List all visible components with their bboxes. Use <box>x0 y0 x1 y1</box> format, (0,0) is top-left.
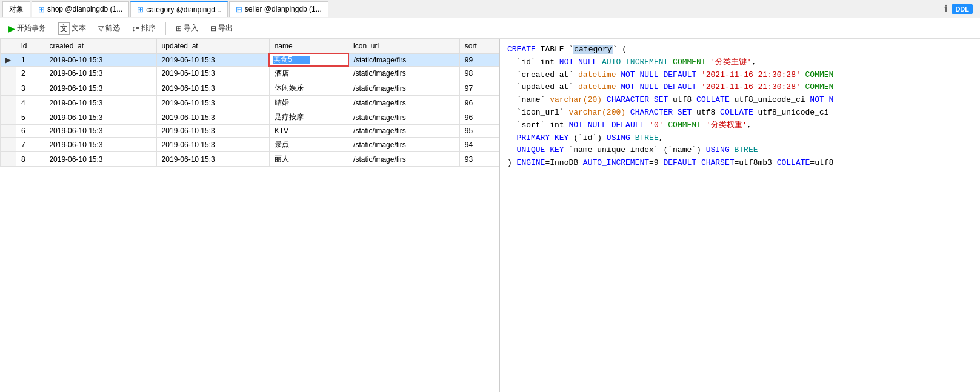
cell-created_at[interactable]: 2019-06-10 15:3 <box>44 110 156 125</box>
cell-id[interactable]: 3 <box>16 81 44 96</box>
toolbar-separator <box>165 22 166 35</box>
table-row[interactable]: 32019-06-10 15:32019-06-10 15:3休闲娱乐/stat… <box>1 81 499 96</box>
cell-sort[interactable]: 95 <box>459 125 499 138</box>
filter-label: 筛选 <box>105 23 120 33</box>
cell-created_at[interactable]: 2019-06-10 15:3 <box>44 138 156 152</box>
col-header-indicator <box>1 39 16 54</box>
tab-seller[interactable]: ⊞ seller @dianpingdb (1... <box>229 1 328 17</box>
table-row[interactable]: 62019-06-10 15:32019-06-10 15:3KTV/stati… <box>1 125 499 138</box>
col-header-id[interactable]: id <box>16 39 44 54</box>
cell-name[interactable]: 丽人 <box>269 152 348 167</box>
cell-updated_at[interactable]: 2019-06-10 15:3 <box>156 66 269 81</box>
cell-id[interactable]: 7 <box>16 138 44 152</box>
sort-button[interactable]: ↕≡ 排序 <box>128 22 159 35</box>
table-row[interactable]: 72019-06-10 15:32019-06-10 15:3景点/static… <box>1 138 499 152</box>
tab-shop-label: shop @dianpingdb (1... <box>47 5 122 13</box>
cell-updated_at[interactable]: 2019-06-10 15:3 <box>156 96 269 110</box>
tab-seller-label: seller @dianpingdb (1... <box>245 5 322 13</box>
cell-updated_at[interactable]: 2019-06-10 15:3 <box>156 110 269 125</box>
filter-button[interactable]: ▽ 筛选 <box>95 22 124 35</box>
sort-icon: ↕≡ <box>132 25 139 32</box>
table-row[interactable]: 52019-06-10 15:32019-06-10 15:3足疗按摩/stat… <box>1 110 499 125</box>
cell-updated_at[interactable]: 2019-06-10 15:3 <box>156 152 269 167</box>
tab-object-label: 对象 <box>9 4 24 15</box>
table-row[interactable]: 42019-06-10 15:32019-06-10 15:3结婚/static… <box>1 96 499 110</box>
cell-created_at[interactable]: 2019-06-10 15:3 <box>44 152 156 167</box>
tab-category-grid-icon: ⊞ <box>137 5 144 14</box>
ddl-line-3: `created_at` datetime NOT NULL DEFAULT '… <box>507 69 973 82</box>
cell-icon_url[interactable]: /static/image/firs <box>348 110 460 125</box>
col-header-updated-at[interactable]: updated_at <box>156 39 269 54</box>
col-header-created-at[interactable]: created_at <box>44 39 156 54</box>
cell-icon_url[interactable]: /static/image/firs <box>348 125 460 138</box>
row-indicator <box>1 110 16 125</box>
cell-name[interactable] <box>269 53 348 66</box>
cell-sort[interactable]: 96 <box>459 96 499 110</box>
import-icon: ⊞ <box>176 24 182 33</box>
cell-sort[interactable]: 93 <box>459 152 499 167</box>
begin-transaction-button[interactable]: ▶ 开始事务 <box>5 22 50 35</box>
tab-category-label: category @dianpingd... <box>146 5 221 14</box>
row-indicator <box>1 138 16 152</box>
cell-created_at[interactable]: 2019-06-10 15:3 <box>44 66 156 81</box>
cell-updated_at[interactable]: 2019-06-10 15:3 <box>156 81 269 96</box>
ddl-line-8: PRIMARY KEY (`id`) USING BTREE, <box>507 132 973 145</box>
import-button[interactable]: ⊞ 导入 <box>172 22 202 35</box>
tab-category[interactable]: ⊞ category @dianpingd... <box>130 1 228 17</box>
cell-created_at[interactable]: 2019-06-10 15:3 <box>44 81 156 96</box>
col-header-sort[interactable]: sort <box>459 39 499 54</box>
row-indicator: ▶ <box>1 53 16 66</box>
cell-name[interactable]: 景点 <box>269 138 348 152</box>
cell-icon_url[interactable]: /static/image/firs <box>348 53 460 66</box>
name-cell-input[interactable] <box>273 56 310 64</box>
cell-icon_url[interactable]: /static/image/firs <box>348 66 460 81</box>
col-header-name[interactable]: name <box>269 39 348 54</box>
export-label: 导出 <box>218 23 233 33</box>
text-label: 文本 <box>72 23 86 33</box>
cell-created_at[interactable]: 2019-06-10 15:3 <box>44 53 156 66</box>
cell-icon_url[interactable]: /static/image/firs <box>348 96 460 110</box>
cell-sort[interactable]: 97 <box>459 81 499 96</box>
cell-id[interactable]: 8 <box>16 152 44 167</box>
cell-icon_url[interactable]: /static/image/firs <box>348 152 460 167</box>
cell-id[interactable]: 5 <box>16 110 44 125</box>
tab-shop[interactable]: ⊞ shop @dianpingdb (1... <box>32 1 129 17</box>
cell-name[interactable]: 结婚 <box>269 96 348 110</box>
cell-icon_url[interactable]: /static/image/firs <box>348 138 460 152</box>
info-icon[interactable]: ℹ <box>944 3 948 15</box>
cell-name[interactable]: KTV <box>269 125 348 138</box>
cell-id[interactable]: 6 <box>16 125 44 138</box>
col-header-icon-url[interactable]: icon_url <box>348 39 460 54</box>
export-button[interactable]: ⊟ 导出 <box>207 22 236 35</box>
cell-icon_url[interactable]: /static/image/firs <box>348 81 460 96</box>
cell-sort[interactable]: 98 <box>459 66 499 81</box>
cell-sort[interactable]: 96 <box>459 110 499 125</box>
table-row[interactable]: 22019-06-10 15:32019-06-10 15:3酒店/static… <box>1 66 499 81</box>
ddl-button[interactable]: DDL <box>952 4 973 14</box>
cell-created_at[interactable]: 2019-06-10 15:3 <box>44 96 156 110</box>
cell-name[interactable]: 足疗按摩 <box>269 110 348 125</box>
cell-sort[interactable]: 99 <box>459 53 499 66</box>
ddl-line-9: UNIQUE KEY `name_unique_index` (`name`) … <box>507 144 973 157</box>
data-table-wrap[interactable]: id created_at updated_at name icon_url s… <box>0 39 499 392</box>
table-row[interactable]: ▶12019-06-10 15:32019-06-10 15:3/static/… <box>1 53 499 66</box>
cell-created_at[interactable]: 2019-06-10 15:3 <box>44 125 156 138</box>
data-table: id created_at updated_at name icon_url s… <box>0 39 499 167</box>
text-button[interactable]: 文 文本 <box>55 21 90 36</box>
cell-sort[interactable]: 94 <box>459 138 499 152</box>
cell-id[interactable]: 1 <box>16 53 44 66</box>
cell-name[interactable]: 酒店 <box>269 66 348 81</box>
tab-object[interactable]: 对象 <box>2 1 30 17</box>
cell-updated_at[interactable]: 2019-06-10 15:3 <box>156 53 269 66</box>
main-content: id created_at updated_at name icon_url s… <box>0 39 980 392</box>
cell-updated_at[interactable]: 2019-06-10 15:3 <box>156 125 269 138</box>
cell-id[interactable]: 4 <box>16 96 44 110</box>
cell-updated_at[interactable]: 2019-06-10 15:3 <box>156 138 269 152</box>
tab-bar: 对象 ⊞ shop @dianpingdb (1... ⊞ category @… <box>0 0 980 18</box>
ddl-line-1: CREATE TABLE `category` ( <box>507 44 973 56</box>
left-pane: id created_at updated_at name icon_url s… <box>0 39 500 392</box>
right-pane[interactable]: CREATE TABLE `category` ( `id` int NOT N… <box>500 39 980 392</box>
cell-id[interactable]: 2 <box>16 66 44 81</box>
table-row[interactable]: 82019-06-10 15:32019-06-10 15:3丽人/static… <box>1 152 499 167</box>
cell-name[interactable]: 休闲娱乐 <box>269 81 348 96</box>
